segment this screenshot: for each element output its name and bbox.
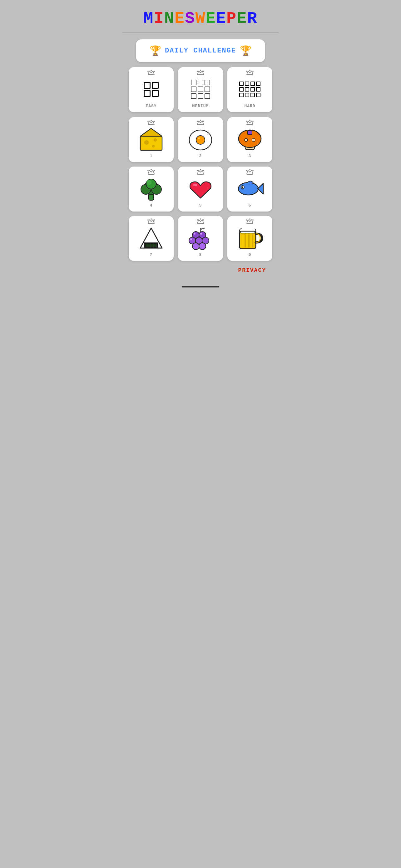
svg-point-8 (203, 71, 204, 72)
svg-point-106 (190, 239, 192, 240)
svg-marker-74 (258, 183, 263, 194)
svg-rect-1 (148, 74, 154, 75)
svg-rect-48 (248, 131, 252, 135)
svg-point-18 (154, 121, 155, 122)
svg-marker-0 (148, 71, 154, 75)
theme-label-7: 7 (150, 252, 153, 257)
svg-marker-21 (140, 128, 162, 136)
crown-icon-3 (246, 120, 254, 127)
svg-rect-20 (140, 136, 162, 150)
svg-marker-10 (247, 71, 253, 75)
mushroom-icon (236, 127, 264, 152)
trophy-left-icon: 🏆 (149, 45, 161, 57)
difficulty-grid: EASY MEDIUM (129, 67, 272, 112)
svg-point-79 (147, 219, 149, 221)
svg-point-14 (249, 70, 250, 71)
svg-point-27 (153, 145, 154, 147)
svg-point-43 (249, 120, 250, 121)
difficulty-medium-card[interactable]: MEDIUM (178, 67, 223, 112)
svg-point-53 (147, 170, 149, 171)
egg-icon (187, 127, 214, 152)
svg-rect-112 (239, 231, 256, 249)
svg-line-96 (201, 228, 205, 229)
theme-card-3[interactable]: 3 (227, 117, 272, 162)
onigiri-icon (137, 225, 165, 251)
svg-point-12 (246, 71, 247, 72)
theme-card-5[interactable]: 5 (178, 166, 223, 212)
svg-point-111 (249, 218, 250, 220)
broccoli-icon (137, 176, 165, 201)
difficulty-hard-card[interactable]: HARD (227, 67, 272, 112)
medium-label: MEDIUM (192, 104, 209, 108)
main-content: 🏆 DAILY CHALLENGE 🏆 (123, 33, 278, 280)
theme-label-1: 1 (150, 154, 153, 158)
svg-point-17 (147, 121, 149, 122)
difficulty-easy-card[interactable]: EASY (129, 67, 174, 112)
theme-card-7[interactable]: 7 (129, 216, 174, 261)
svg-point-61 (146, 180, 152, 185)
home-indicator (182, 286, 219, 287)
crown-icon-8 (197, 218, 204, 226)
svg-point-73 (238, 183, 258, 195)
svg-marker-68 (247, 170, 253, 174)
svg-rect-16 (148, 124, 154, 125)
svg-point-35 (200, 120, 201, 121)
grapes-icon (187, 225, 214, 251)
theme-label-4: 4 (150, 203, 153, 208)
app-header: MINESWEEPER (123, 0, 278, 33)
fish-icon (235, 176, 265, 201)
cheese-icon (137, 127, 165, 152)
svg-point-33 (197, 121, 198, 122)
svg-point-19 (151, 120, 152, 121)
medium-icon (191, 76, 210, 102)
crown-icon-medium (197, 70, 204, 77)
svg-rect-6 (197, 74, 204, 75)
theme-grid: 1 2 (129, 117, 272, 261)
svg-point-65 (203, 170, 204, 171)
theme-card-1[interactable]: 1 (129, 117, 174, 162)
svg-point-93 (203, 219, 204, 221)
svg-rect-63 (197, 174, 204, 175)
svg-point-42 (252, 121, 254, 122)
theme-card-9[interactable]: 9 (227, 216, 272, 261)
svg-point-92 (197, 219, 198, 221)
svg-point-38 (198, 137, 200, 140)
crown-icon-easy (147, 70, 155, 77)
crown-icon-7 (147, 218, 155, 226)
svg-rect-91 (197, 223, 204, 224)
svg-point-81 (151, 218, 152, 220)
privacy-link[interactable]: PRIVACY (238, 267, 266, 273)
svg-rect-11 (247, 74, 253, 75)
theme-card-4[interactable]: 4 (129, 166, 174, 212)
svg-rect-108 (247, 223, 253, 224)
theme-card-8[interactable]: 8 (178, 216, 223, 261)
svg-point-80 (154, 219, 155, 221)
crown-icon-9 (246, 218, 254, 226)
svg-rect-67 (193, 184, 197, 186)
crown-icon-1 (147, 120, 155, 127)
svg-point-2 (147, 71, 149, 72)
svg-marker-107 (247, 220, 253, 223)
svg-point-115 (249, 227, 255, 231)
svg-point-7 (197, 71, 198, 72)
svg-rect-78 (148, 223, 154, 224)
svg-point-49 (244, 138, 248, 142)
svg-marker-62 (197, 170, 204, 174)
theme-label-2: 2 (199, 154, 202, 158)
svg-point-9 (200, 70, 201, 71)
svg-marker-51 (148, 170, 154, 174)
svg-point-34 (203, 121, 204, 122)
svg-point-109 (246, 219, 247, 221)
svg-marker-77 (148, 220, 154, 223)
theme-card-6[interactable]: 6 (227, 166, 272, 212)
theme-label-8: 8 (199, 252, 202, 257)
theme-label-5: 5 (199, 203, 202, 208)
svg-marker-39 (247, 121, 253, 125)
daily-challenge-button[interactable]: 🏆 DAILY CHALLENGE 🏆 (136, 39, 265, 62)
theme-card-2[interactable]: 2 (178, 117, 223, 162)
daily-challenge-label: DAILY CHALLENGE (165, 47, 236, 55)
svg-point-102 (192, 243, 199, 250)
svg-point-105 (200, 233, 202, 235)
svg-point-55 (151, 169, 152, 170)
svg-marker-90 (197, 220, 204, 223)
